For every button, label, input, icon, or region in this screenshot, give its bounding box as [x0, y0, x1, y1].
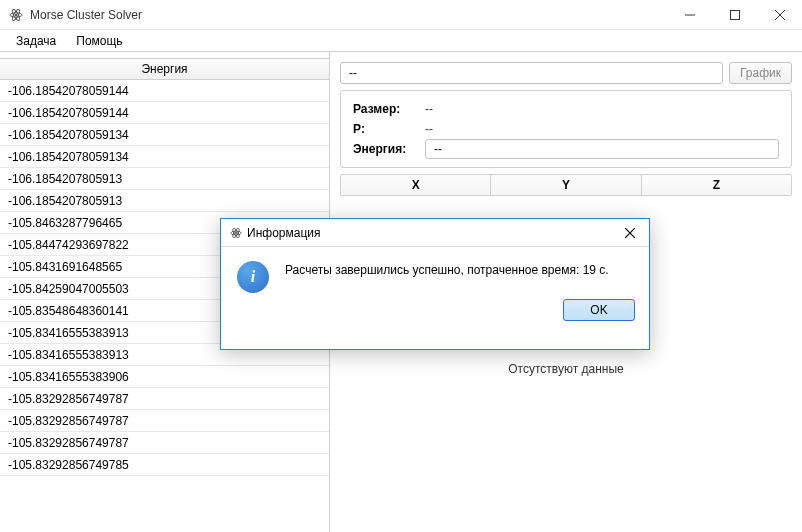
menu-task[interactable]: Задача	[8, 32, 64, 50]
dialog-titlebar: Информация	[221, 219, 649, 247]
table-row[interactable]: -106.1854207805913	[0, 168, 329, 190]
p-row: P: --	[353, 119, 779, 139]
minimize-button[interactable]	[667, 0, 712, 30]
no-data-label: Отсутствуют данные	[340, 362, 792, 376]
close-button[interactable]	[757, 0, 802, 30]
xyz-header: X Y Z	[340, 174, 792, 196]
info-icon: i	[237, 261, 269, 293]
size-row: Размер: --	[353, 99, 779, 119]
table-row[interactable]: -105.83292856749787	[0, 388, 329, 410]
menu-help[interactable]: Помощь	[68, 32, 130, 50]
col-x: X	[341, 175, 491, 195]
p-value: --	[425, 122, 433, 136]
energy-column-header: Энергия	[0, 58, 329, 80]
p-label: P:	[353, 122, 425, 136]
energy-row: Энергия:	[353, 139, 779, 159]
size-value: --	[425, 102, 433, 116]
svg-point-8	[235, 231, 237, 233]
titlebar: Morse Cluster Solver	[0, 0, 802, 30]
dialog-close-button[interactable]	[611, 219, 649, 247]
maximize-button[interactable]	[712, 0, 757, 30]
table-row[interactable]: -106.18542078059144	[0, 80, 329, 102]
table-row[interactable]: -106.1854207805913	[0, 190, 329, 212]
col-y: Y	[491, 175, 641, 195]
energy-field[interactable]	[425, 139, 779, 159]
col-z: Z	[642, 175, 791, 195]
info-dialog: Информация i Расчеты завершились успешно…	[220, 218, 650, 350]
graph-button[interactable]: График	[729, 62, 792, 84]
dialog-footer: OK	[221, 299, 649, 331]
app-icon	[8, 7, 24, 23]
table-row[interactable]: -105.83292856749787	[0, 432, 329, 454]
info-block: Размер: -- P: -- Энергия:	[340, 90, 792, 168]
dialog-app-icon	[229, 226, 243, 240]
dialog-message: Расчеты завершились успешно, потраченное…	[285, 261, 609, 293]
energy-label: Энергия:	[353, 142, 425, 156]
svg-rect-4	[730, 10, 739, 19]
window-title: Morse Cluster Solver	[30, 8, 142, 22]
window-controls	[667, 0, 802, 30]
dialog-body: i Расчеты завершились успешно, потраченн…	[221, 247, 649, 299]
table-row[interactable]: -105.83416555383906	[0, 366, 329, 388]
search-input[interactable]	[340, 62, 723, 84]
table-row[interactable]: -106.18542078059144	[0, 102, 329, 124]
svg-point-3	[15, 13, 17, 15]
top-row: График	[340, 62, 792, 84]
dialog-title: Информация	[247, 226, 320, 240]
table-row[interactable]: -105.83292856749787	[0, 410, 329, 432]
size-label: Размер:	[353, 102, 425, 116]
menubar: Задача Помощь	[0, 30, 802, 52]
ok-button[interactable]: OK	[563, 299, 635, 321]
table-row[interactable]: -105.83292856749785	[0, 454, 329, 476]
table-row[interactable]: -106.18542078059134	[0, 146, 329, 168]
table-row[interactable]: -106.18542078059134	[0, 124, 329, 146]
